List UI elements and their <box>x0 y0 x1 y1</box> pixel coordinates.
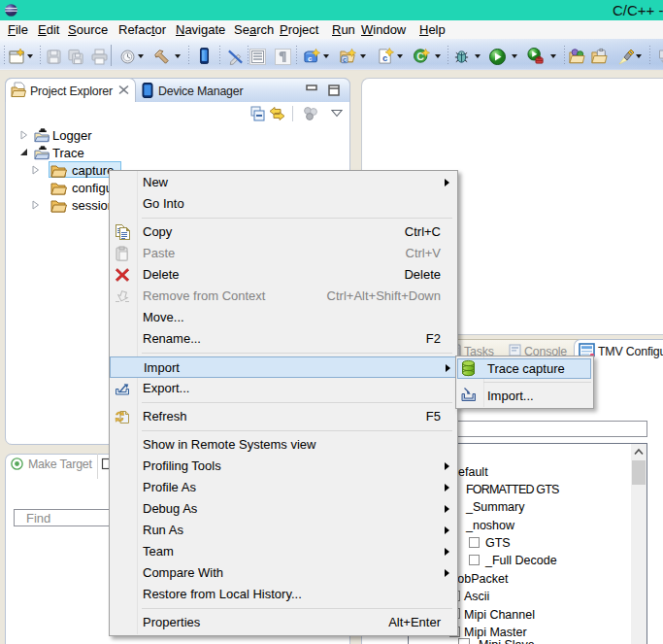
svg-text:c: c <box>308 54 313 63</box>
svg-text:c: c <box>382 52 387 63</box>
svg-text:c: c <box>343 56 347 64</box>
